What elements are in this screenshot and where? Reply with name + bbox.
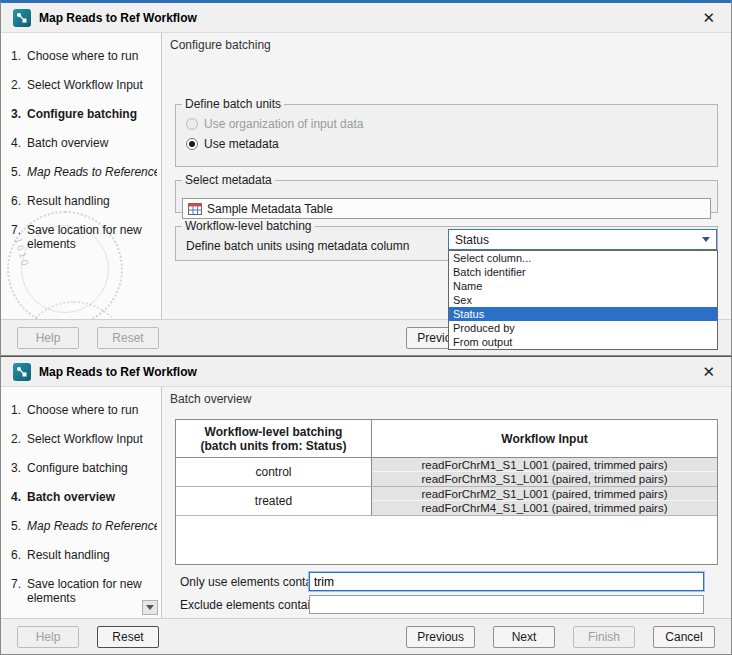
batch-name: treated [176,487,372,515]
workflow-level-batching-legend: Workflow-level batching [182,219,315,233]
column-header-workflow-input: Workflow Input [372,420,717,457]
titlebar: Map Reads to Ref Workflow ✕ [1,3,731,33]
select-metadata-group: Select metadata Sample Metadata Table [175,173,718,213]
combobox-selected-value: Status [455,233,489,247]
table-row-control: control readForChrM1_S1_L001 (paired, tr… [176,458,717,487]
select-metadata-legend: Select metadata [182,173,275,187]
step-map-reads-to-reference: 5.Map Reads to Reference [11,519,161,533]
define-batch-units-legend: Define batch units [182,97,284,111]
close-icon[interactable]: ✕ [698,362,719,381]
next-button[interactable]: Next [493,626,555,648]
window-title: Map Reads to Ref Workflow [39,365,197,379]
configure-batching-panel: Configure batching Define batch units Us… [162,33,731,319]
workflow-input-item: readForChrM4_S1_L001 (paired, trimmed pa… [372,501,717,515]
button-bar: Help Reset Previous Next Finish Cancel [1,618,731,654]
dropdown-option-name[interactable]: Name [449,279,717,293]
step-save-location: 7.Save location for new elements [11,223,161,251]
workflow-app-icon [13,363,31,381]
workflow-input-item: readForChrM2_S1_L001 (paired, trimmed pa… [372,487,717,501]
workflow-input-item: readForChrM3_S1_L001 (paired, trimmed pa… [372,472,717,486]
help-button[interactable]: Help [17,327,79,349]
step-select-workflow-input: 2.Select Workflow Input [11,432,161,446]
step-batch-overview: 4.Batch overview [11,490,161,504]
dropdown-option-batch-identifier[interactable]: Batch identifier [449,265,717,279]
finish-button[interactable]: Finish [573,626,635,648]
reset-button[interactable]: Reset [97,327,159,349]
dropdown-option-produced-by[interactable]: Produced by [449,321,717,335]
batch-name: control [176,458,372,486]
cancel-button[interactable]: Cancel [653,626,715,648]
define-batch-units-group: Define batch units Use organization of i… [175,97,718,167]
batch-overview-table: Workflow-level batching (batch units fro… [175,419,718,565]
exclude-elements-input[interactable] [309,595,704,614]
step-save-location: 7.Save location for new elements [11,577,161,605]
step-batch-overview: 4.Batch overview [11,136,161,150]
workflow-app-icon [13,9,31,27]
previous-button[interactable]: Previous [406,626,475,648]
step-map-reads-to-reference: 5.Map Reads to Reference [11,165,161,179]
close-icon[interactable]: ✕ [698,8,719,27]
step-configure-batching: 3.Configure batching [11,461,161,475]
step-choose-where-to-run: 1.Choose where to run [11,49,161,63]
help-button[interactable]: Help [17,626,79,648]
dropdown-option-select-column[interactable]: Select column... [449,251,717,265]
window-title: Map Reads to Ref Workflow [39,11,197,25]
wizard-steps-sidebar: 1.Choose where to run 2.Select Workflow … [1,387,162,618]
step-select-workflow-input: 2.Select Workflow Input [11,78,161,92]
metadata-table-field[interactable]: Sample Metadata Table [182,198,711,219]
radio-use-input-organization[interactable]: Use organization of input data [186,117,717,131]
step-result-handling: 6.Result handling [11,548,161,562]
table-row-treated: treated readForChrM2_S1_L001 (paired, tr… [176,487,717,516]
radio-icon[interactable] [186,138,198,150]
metadata-table-name: Sample Metadata Table [207,202,333,216]
workflow-input-item: readForChrM1_S1_L001 (paired, trimmed pa… [372,458,717,472]
panel-title: Batch overview [170,392,251,406]
column-header-batching: Workflow-level batching (batch units fro… [176,420,372,457]
radio-use-metadata[interactable]: Use metadata [186,137,717,151]
dialog-batch-overview: Map Reads to Ref Workflow ✕ 1.Choose whe… [0,356,732,655]
batch-overview-panel: Batch overview Workflow-level batching (… [162,387,731,618]
wizard-steps-sidebar: 1610 1.Choose where to run 2.Select Work… [1,33,162,319]
step-choose-where-to-run: 1.Choose where to run [11,403,161,417]
dropdown-option-status[interactable]: Status [449,307,717,321]
radio-icon[interactable] [186,118,198,130]
sidebar-scroll-down-icon[interactable] [142,600,158,615]
dropdown-option-from-output[interactable]: From output [449,335,717,349]
table-header-row: Workflow-level batching (batch units fro… [176,420,717,458]
step-configure-batching: 3.Configure batching [11,107,161,121]
only-use-elements-input[interactable] [309,572,704,591]
chevron-down-icon [702,237,710,242]
metadata-table-icon [188,203,202,215]
dropdown-option-sex[interactable]: Sex [449,293,717,307]
panel-title: Configure batching [170,38,271,52]
metadata-column-combobox[interactable]: Status [448,229,717,250]
dialog-configure-batching: Map Reads to Ref Workflow ✕ 1610 1.Choos… [0,0,732,356]
reset-button[interactable]: Reset [97,626,159,648]
screen: Map Reads to Ref Workflow ✕ 1610 1.Choos… [0,0,732,655]
step-result-handling: 6.Result handling [11,194,161,208]
titlebar: Map Reads to Ref Workflow ✕ [1,357,731,387]
metadata-column-dropdown-list: Select column... Batch identifier Name S… [448,250,718,350]
